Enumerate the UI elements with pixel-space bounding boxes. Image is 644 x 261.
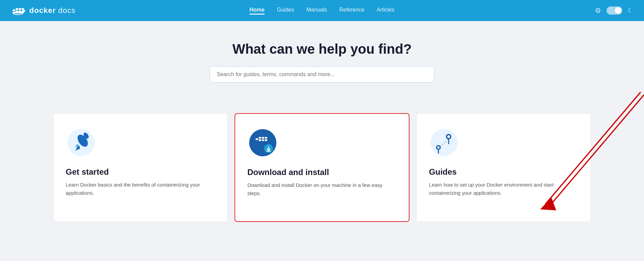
- svg-rect-20: [259, 137, 261, 139]
- svg-rect-23: [262, 139, 264, 141]
- nav-reference[interactable]: Reference: [339, 7, 365, 14]
- svg-rect-19: [256, 138, 258, 140]
- search-input[interactable]: [210, 66, 434, 83]
- theme-toggle[interactable]: [607, 6, 622, 15]
- svg-rect-0: [13, 9, 15, 11]
- svg-rect-25: [265, 139, 267, 141]
- svg-point-18: [249, 129, 276, 156]
- hero-title: What can we help you find?: [7, 41, 637, 57]
- brand-name: docker docs: [29, 6, 76, 15]
- cards-row: Get started Learn Docker basics and the …: [50, 113, 594, 222]
- svg-rect-5: [22, 8, 24, 10]
- card-get-started-title: Get started: [66, 167, 109, 177]
- navbar: docker docs Home Guides Manuals Referenc…: [0, 0, 644, 21]
- svg-point-8: [23, 10, 25, 12]
- card-download-install[interactable]: Download and install Download and instal…: [235, 113, 410, 222]
- card-get-started[interactable]: Get started Learn Docker basics and the …: [53, 113, 228, 222]
- svg-rect-22: [262, 137, 264, 139]
- nav-manuals[interactable]: Manuals: [306, 7, 327, 14]
- card-guides[interactable]: Guides Learn how to set up your Docker e…: [416, 113, 591, 222]
- docker-whale-icon: [11, 5, 26, 16]
- cards-section: Get started Learn Docker basics and the …: [0, 113, 644, 242]
- page-wrapper: docker docs Home Guides Manuals Referenc…: [0, 0, 644, 242]
- card-guides-desc: Learn how to set up your Docker environm…: [429, 181, 578, 197]
- svg-rect-21: [259, 139, 261, 141]
- card-download-install-desc: Download and install Docker on your mach…: [247, 181, 397, 197]
- svg-point-33: [437, 146, 440, 149]
- settings-icon[interactable]: ⚙: [595, 6, 601, 15]
- download-install-icon: [247, 127, 278, 158]
- svg-point-29: [431, 129, 458, 156]
- brand-logo[interactable]: docker docs: [11, 5, 76, 16]
- nav-guides[interactable]: Guides: [277, 7, 294, 14]
- guides-icon: [429, 127, 460, 158]
- svg-rect-3: [19, 8, 21, 10]
- svg-rect-1: [16, 8, 18, 10]
- search-bar-wrapper: [210, 66, 434, 83]
- svg-point-31: [447, 135, 450, 138]
- toggle-knob: [615, 7, 622, 14]
- card-download-install-title: Download and install: [247, 168, 329, 177]
- get-started-icon: [66, 127, 96, 158]
- nav-links: Home Guides Manuals Reference Articles: [249, 7, 395, 15]
- card-guides-title: Guides: [429, 167, 456, 177]
- hero-section: What can we help you find?: [0, 21, 644, 113]
- nav-right: ⚙ ☾: [595, 6, 633, 15]
- card-get-started-desc: Learn Docker basics and the benefits of …: [66, 181, 215, 197]
- svg-rect-7: [13, 12, 24, 13]
- svg-rect-24: [265, 137, 267, 139]
- dark-mode-icon[interactable]: ☾: [628, 7, 633, 14]
- nav-articles[interactable]: Articles: [377, 7, 395, 14]
- nav-home[interactable]: Home: [249, 7, 264, 15]
